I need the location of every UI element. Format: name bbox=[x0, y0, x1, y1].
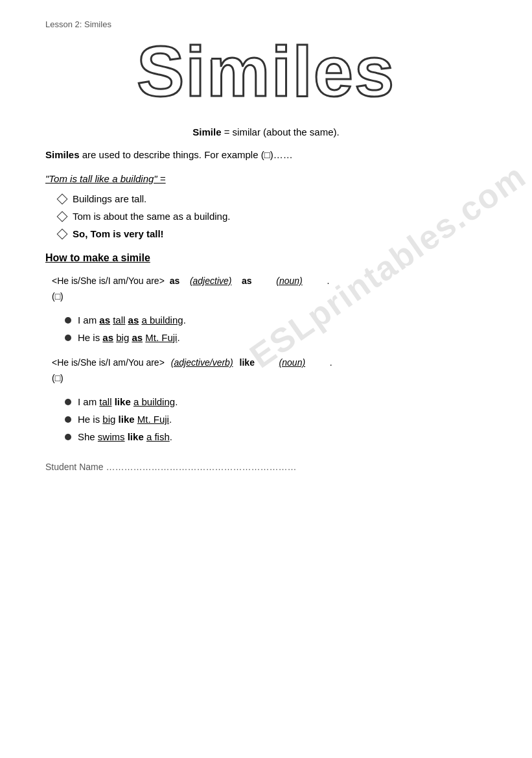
intro-rest: are used to describe things. For example… bbox=[80, 149, 293, 160]
section-header: How to make a simile bbox=[45, 252, 487, 264]
dot-icon bbox=[65, 416, 71, 423]
list-item: Tom is about the same as a building. bbox=[58, 211, 487, 222]
pattern2-suffix: . bbox=[330, 357, 332, 368]
pattern2-like: like bbox=[240, 357, 255, 368]
diamond-icon bbox=[57, 194, 68, 205]
pattern1-as1: as bbox=[170, 276, 180, 286]
pattern1-suffix: . bbox=[327, 276, 329, 286]
list-item: So, Tom is very tall! bbox=[58, 228, 487, 239]
examples1-list: I am as tall as a building. He is as big… bbox=[65, 314, 487, 343]
page: Lesson 2: Similes Similes Simile = simil… bbox=[0, 0, 532, 758]
example1-text: I am as tall as a building. bbox=[78, 314, 186, 326]
student-name-line: Student Name ……………………………………………………… bbox=[45, 462, 487, 472]
list-item: He is as big as Mt. Fuji. bbox=[65, 332, 487, 343]
bullet-list: Buildings are tall. Tom is about the sam… bbox=[58, 193, 487, 239]
definition-rest: = similar (about the same). bbox=[222, 126, 340, 137]
pattern1-blank2: (noun) bbox=[257, 276, 322, 286]
list-item: Buildings are tall. bbox=[58, 193, 487, 204]
dot-icon bbox=[65, 317, 71, 324]
bullet-text-1: Buildings are tall. bbox=[73, 193, 146, 204]
pattern1-as2: as bbox=[242, 276, 252, 286]
example3-text: I am tall like a building. bbox=[78, 396, 178, 407]
pattern1-line: <He is/She is/I am/You are> as (adjectiv… bbox=[45, 276, 487, 286]
simile-bold: Simile bbox=[192, 126, 221, 137]
list-item: She swims like a fish. bbox=[65, 431, 487, 442]
symbol-note2: (□) bbox=[45, 373, 487, 383]
examples2-list: I am tall like a building. He is big lik… bbox=[65, 396, 487, 442]
example-title: "Tom is tall like a building" = bbox=[45, 173, 487, 184]
pattern1-blank1: (adjective) bbox=[185, 276, 237, 286]
definition-line: Simile = similar (about the same). bbox=[45, 126, 487, 137]
dot-icon bbox=[65, 434, 71, 440]
title-container: Similes bbox=[45, 36, 487, 107]
diamond-icon bbox=[57, 229, 68, 240]
pattern2-blank1: (adjective/verb) bbox=[170, 357, 235, 368]
symbol-note1: (□) bbox=[45, 291, 487, 302]
example4-text: He is big like Mt. Fuji. bbox=[78, 414, 172, 425]
dot-icon bbox=[65, 399, 71, 405]
pattern2-line: <He is/She is/I am/You are> (adjective/v… bbox=[45, 357, 487, 368]
bullet-text-3: So, Tom is very tall! bbox=[73, 228, 164, 239]
similes-bold: Similes bbox=[45, 149, 80, 160]
example5-text: She swims like a fish. bbox=[78, 431, 172, 442]
lesson-label: Lesson 2: Similes bbox=[45, 19, 487, 29]
list-item: I am as tall as a building. bbox=[65, 314, 487, 326]
example2-text: He is as big as Mt. Fuji. bbox=[78, 332, 180, 343]
bullet-text-2: Tom is about the same as a building. bbox=[73, 211, 230, 222]
diamond-icon bbox=[57, 211, 68, 222]
dot-icon bbox=[65, 335, 71, 341]
list-item: He is big like Mt. Fuji. bbox=[65, 414, 487, 425]
pattern1-prefix: <He is/She is/I am/You are> bbox=[52, 276, 165, 286]
page-title: Similes bbox=[137, 36, 395, 107]
intro-line: Similes are used to describe things. For… bbox=[45, 149, 487, 160]
pattern2-prefix: <He is/She is/I am/You are> bbox=[52, 357, 165, 368]
pattern2-blank2: (noun) bbox=[260, 357, 325, 368]
list-item: I am tall like a building. bbox=[65, 396, 487, 407]
